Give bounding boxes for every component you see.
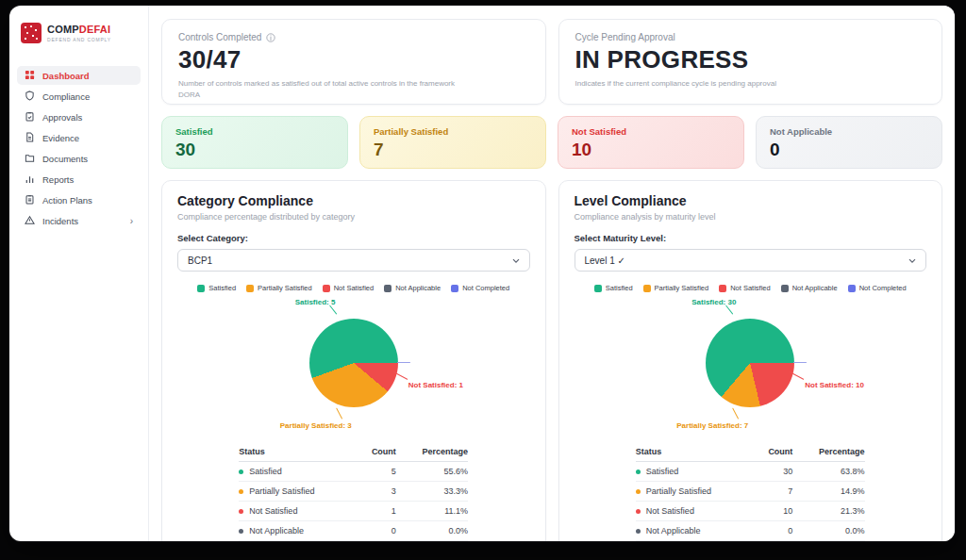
sidebar-item-action-plans[interactable]: Action Plans — [17, 190, 141, 209]
leader-line-satisfied — [725, 305, 733, 315]
sidebar-item-approvals[interactable]: Approvals — [17, 107, 141, 126]
category-select-label: Select Category: — [177, 233, 530, 243]
legend-label: Not Completed — [462, 284, 509, 292]
grid-icon — [25, 70, 35, 82]
framework-label: DORA — [178, 90, 529, 101]
pie-category — [309, 319, 398, 407]
legend-swatch-satisfied — [197, 285, 205, 292]
leader-line-satisfied — [329, 305, 337, 315]
clipboard-list-icon — [25, 194, 35, 206]
status-card-satisfied: Satisfied 30 — [161, 116, 348, 169]
legend-swatch-not-satisfied — [323, 285, 330, 292]
sidebar: COMPDEFAI DEFEND AND COMPLY Dashboard Co… — [9, 6, 149, 541]
category-compliance-card: Category Compliance Compliance percentag… — [161, 180, 546, 541]
warning-icon — [25, 215, 35, 227]
status-value: 10 — [572, 140, 730, 160]
sidebar-item-label: Action Plans — [42, 195, 92, 206]
section-subtitle: Compliance analysis by maturity level — [575, 212, 927, 222]
level-status-table: Status Count Percentage Satisfied3063.8%… — [636, 443, 865, 541]
table-header-count: Count — [358, 443, 396, 462]
chevron-right-icon: › — [130, 216, 133, 226]
status-dot — [239, 509, 243, 514]
table-header-count: Count — [755, 443, 793, 462]
sidebar-item-incidents[interactable]: Incidents › — [17, 211, 141, 230]
section-title: Category Compliance — [177, 193, 530, 208]
status-value: 30 — [175, 140, 334, 160]
legend-label: Not Applicable — [395, 284, 441, 292]
legend-swatch-not-completed — [451, 285, 458, 292]
table-row: Partially Satisfied714.9% — [636, 482, 865, 502]
clipboard-check-icon — [25, 111, 35, 124]
brand-logo: COMPDEFAI DEFEND AND COMPLY — [21, 23, 137, 43]
chart-legend: Satisfied Partially Satisfied Not Satisf… — [575, 284, 927, 292]
brand-tagline: DEFEND AND COMPLY — [47, 38, 111, 42]
chevron-down-icon — [512, 255, 520, 266]
cycle-pending-label: Cycle Pending Approval — [575, 32, 675, 42]
controls-completed-value: 30/47 — [178, 45, 529, 74]
maturity-select[interactable]: Level 1 ✓ — [575, 249, 927, 272]
sidebar-item-label: Documents — [42, 154, 88, 164]
pie-chart-category: Satisfied: 5 Partially Satisfied: 3 Not … — [177, 296, 530, 436]
status-value: 7 — [374, 140, 532, 160]
table-row: Not Applicable00.0% — [636, 521, 865, 541]
table-row: Not Applicable00.0% — [239, 521, 468, 541]
status-value: 0 — [770, 140, 928, 160]
controls-completed-description: Number of controls marked as satisfied o… — [178, 78, 529, 90]
sidebar-item-label: Dashboard — [42, 71, 90, 81]
maturity-select-value: Level 1 ✓ — [585, 255, 625, 266]
sidebar-item-label: Incidents — [42, 216, 78, 226]
sidebar-item-dashboard[interactable]: Dashboard — [17, 66, 141, 85]
status-card-not-applicable: Not Applicable 0 — [756, 116, 942, 169]
controls-completed-label: Controls Completed — [178, 32, 261, 42]
status-label: Not Satisfied — [572, 126, 730, 137]
sidebar-item-label: Evidence — [42, 133, 79, 143]
legend-swatch-not-applicable — [781, 285, 789, 292]
sidebar-item-compliance[interactable]: Compliance — [17, 87, 141, 106]
legend-label: Not Applicable — [792, 284, 838, 292]
shield-icon — [25, 91, 35, 103]
table-row: Not Satisfied111.1% — [239, 502, 468, 521]
status-label: Partially Satisfied — [374, 126, 532, 137]
controls-completed-card: Controls Completed 30/47 Number of contr… — [161, 19, 546, 105]
table-header-percentage: Percentage — [396, 443, 468, 462]
brand-logo-icon — [21, 23, 42, 43]
main-content: Controls Completed 30/47 Number of contr… — [149, 6, 955, 541]
callout-not-satisfied: Not Satisfied: 1 — [408, 381, 463, 389]
legend-swatch-partially-satisfied — [246, 285, 254, 292]
legend-label: Not Satisfied — [334, 284, 375, 292]
sidebar-item-reports[interactable]: Reports — [17, 170, 141, 189]
category-select[interactable]: BCP1 — [177, 249, 530, 272]
status-dot — [239, 469, 243, 474]
table-header-status: Status — [636, 443, 755, 462]
sidebar-item-documents[interactable]: Documents — [17, 149, 141, 168]
table-row: Not Satisfied1021.3% — [636, 502, 865, 521]
sidebar-nav: Dashboard Compliance Approvals Evidence … — [17, 66, 141, 230]
sidebar-item-evidence[interactable]: Evidence — [17, 128, 141, 147]
legend-label: Satisfied — [606, 284, 633, 292]
sidebar-item-label: Approvals — [42, 112, 82, 123]
legend-swatch-partially-satisfied — [643, 285, 651, 292]
status-dot — [636, 509, 641, 514]
chart-legend: Satisfied Partially Satisfied Not Satisf… — [177, 284, 530, 292]
app-window: COMPDEFAI DEFEND AND COMPLY Dashboard Co… — [9, 6, 955, 541]
status-card-partially-satisfied: Partially Satisfied 7 — [359, 116, 546, 169]
table-row: Satisfied555.6% — [239, 462, 468, 482]
callout-not-satisfied: Not Satisfied: 10 — [805, 381, 864, 389]
legend-label: Not Completed — [859, 284, 907, 292]
table-row: Satisfied3063.8% — [636, 462, 865, 482]
legend-label: Partially Satisfied — [655, 284, 709, 292]
sidebar-item-label: Reports — [42, 174, 74, 185]
sidebar-item-label: Compliance — [42, 91, 90, 102]
pie-chart-level: Satisfied: 30 Partially Satisfied: 7 Not… — [575, 296, 927, 436]
status-dot — [636, 529, 641, 534]
status-card-not-satisfied: Not Satisfied 10 — [558, 116, 744, 169]
table-row: Not Completed00.0% — [239, 541, 468, 542]
bar-chart-icon — [25, 173, 35, 186]
legend-swatch-satisfied — [594, 285, 602, 292]
file-icon — [25, 132, 35, 144]
pie-level — [706, 319, 794, 407]
info-icon[interactable] — [266, 33, 275, 42]
status-label: Not Applicable — [770, 126, 928, 137]
level-compliance-card: Level Compliance Compliance analysis by … — [558, 180, 943, 541]
section-title: Level Compliance — [575, 193, 927, 208]
